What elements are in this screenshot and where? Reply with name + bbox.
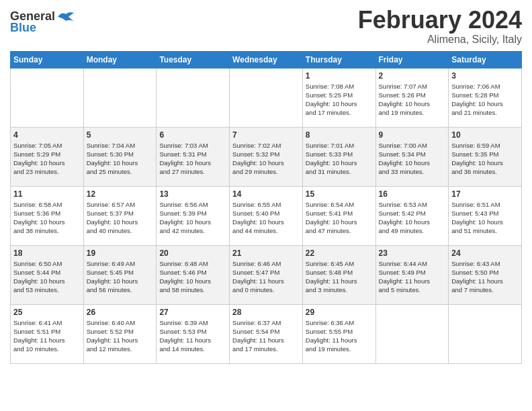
calendar-cell: 6Sunrise: 7:03 AM Sunset: 5:31 PM Daylig…	[157, 127, 230, 186]
day-number: 27	[159, 308, 226, 317]
day-number: 8	[306, 130, 373, 140]
logo-bird-icon	[56, 10, 75, 24]
day-number: 4	[13, 130, 81, 140]
col-header-saturday: Saturday	[449, 51, 522, 68]
day-number: 13	[159, 189, 226, 199]
day-info: Sunrise: 7:04 AM Sunset: 5:30 PM Dayligh…	[87, 141, 154, 177]
calendar-cell: 27Sunrise: 6:39 AM Sunset: 5:53 PM Dayli…	[157, 304, 230, 363]
month-title: February 2024	[358, 7, 522, 34]
day-number: 7	[232, 130, 300, 140]
day-number: 10	[451, 130, 519, 140]
page-header: General Blue February 2024 Alimena, Sici…	[10, 7, 522, 46]
col-header-wednesday: Wednesday	[230, 51, 303, 68]
day-info: Sunrise: 6:51 AM Sunset: 5:43 PM Dayligh…	[451, 200, 519, 236]
day-number: 12	[87, 189, 154, 199]
day-number: 18	[13, 248, 81, 258]
day-info: Sunrise: 6:48 AM Sunset: 5:46 PM Dayligh…	[159, 259, 226, 295]
day-info: Sunrise: 7:01 AM Sunset: 5:33 PM Dayligh…	[306, 141, 373, 177]
calendar-cell: 22Sunrise: 6:45 AM Sunset: 5:48 PM Dayli…	[302, 245, 375, 304]
calendar-cell: 16Sunrise: 6:53 AM Sunset: 5:42 PM Dayli…	[375, 186, 449, 245]
day-info: Sunrise: 6:49 AM Sunset: 5:45 PM Dayligh…	[87, 259, 154, 295]
calendar-cell: 4Sunrise: 7:05 AM Sunset: 5:29 PM Daylig…	[11, 127, 84, 186]
day-info: Sunrise: 6:44 AM Sunset: 5:49 PM Dayligh…	[379, 259, 446, 295]
calendar-cell: 7Sunrise: 7:02 AM Sunset: 5:32 PM Daylig…	[230, 127, 303, 186]
calendar-cell: 14Sunrise: 6:55 AM Sunset: 5:40 PM Dayli…	[230, 186, 303, 245]
day-info: Sunrise: 7:08 AM Sunset: 5:25 PM Dayligh…	[306, 82, 373, 118]
day-info: Sunrise: 7:06 AM Sunset: 5:28 PM Dayligh…	[451, 82, 519, 118]
day-number: 19	[87, 248, 154, 258]
day-number: 5	[87, 130, 154, 140]
day-number: 16	[379, 189, 446, 199]
calendar-cell: 1Sunrise: 7:08 AM Sunset: 5:25 PM Daylig…	[302, 68, 375, 127]
day-number: 23	[379, 248, 446, 258]
day-info: Sunrise: 7:05 AM Sunset: 5:29 PM Dayligh…	[13, 141, 81, 177]
day-number: 28	[232, 308, 300, 317]
day-info: Sunrise: 7:00 AM Sunset: 5:34 PM Dayligh…	[379, 141, 446, 177]
calendar-cell	[83, 68, 157, 127]
day-info: Sunrise: 6:59 AM Sunset: 5:35 PM Dayligh…	[451, 141, 519, 177]
day-info: Sunrise: 6:50 AM Sunset: 5:44 PM Dayligh…	[13, 259, 81, 295]
calendar-cell	[230, 68, 303, 127]
calendar-week-row: 4Sunrise: 7:05 AM Sunset: 5:29 PM Daylig…	[11, 127, 522, 186]
calendar-cell	[11, 68, 84, 127]
calendar-cell: 29Sunrise: 6:36 AM Sunset: 5:55 PM Dayli…	[302, 304, 375, 363]
calendar-cell: 2Sunrise: 7:07 AM Sunset: 5:26 PM Daylig…	[375, 68, 449, 127]
title-block: February 2024 Alimena, Sicily, Italy	[358, 7, 522, 46]
col-header-thursday: Thursday	[302, 51, 375, 68]
calendar-cell	[449, 304, 522, 363]
calendar-cell: 3Sunrise: 7:06 AM Sunset: 5:28 PM Daylig…	[449, 68, 522, 127]
calendar-week-row: 1Sunrise: 7:08 AM Sunset: 5:25 PM Daylig…	[11, 68, 522, 127]
calendar-header-row: SundayMondayTuesdayWednesdayThursdayFrid…	[11, 51, 522, 68]
day-info: Sunrise: 6:41 AM Sunset: 5:51 PM Dayligh…	[13, 318, 81, 354]
col-header-monday: Monday	[83, 51, 157, 68]
logo: General Blue	[10, 9, 75, 35]
day-info: Sunrise: 6:56 AM Sunset: 5:39 PM Dayligh…	[159, 200, 226, 236]
calendar-cell	[157, 68, 230, 127]
calendar-cell: 9Sunrise: 7:00 AM Sunset: 5:34 PM Daylig…	[375, 127, 449, 186]
calendar-cell: 19Sunrise: 6:49 AM Sunset: 5:45 PM Dayli…	[83, 245, 157, 304]
day-info: Sunrise: 7:02 AM Sunset: 5:32 PM Dayligh…	[232, 141, 300, 177]
calendar-cell	[375, 304, 449, 363]
day-info: Sunrise: 6:43 AM Sunset: 5:50 PM Dayligh…	[451, 259, 519, 295]
day-info: Sunrise: 6:45 AM Sunset: 5:48 PM Dayligh…	[306, 259, 373, 295]
day-number: 20	[159, 248, 226, 258]
day-number: 22	[306, 248, 373, 258]
calendar-cell: 18Sunrise: 6:50 AM Sunset: 5:44 PM Dayli…	[11, 245, 84, 304]
day-info: Sunrise: 6:57 AM Sunset: 5:37 PM Dayligh…	[87, 200, 154, 236]
day-number: 24	[451, 248, 519, 258]
day-info: Sunrise: 6:46 AM Sunset: 5:47 PM Dayligh…	[232, 259, 300, 295]
day-number: 26	[87, 308, 154, 317]
day-number: 17	[451, 189, 519, 199]
calendar-cell: 20Sunrise: 6:48 AM Sunset: 5:46 PM Dayli…	[157, 245, 230, 304]
calendar-cell: 12Sunrise: 6:57 AM Sunset: 5:37 PM Dayli…	[83, 186, 157, 245]
calendar-cell: 5Sunrise: 7:04 AM Sunset: 5:30 PM Daylig…	[83, 127, 157, 186]
calendar-cell: 25Sunrise: 6:41 AM Sunset: 5:51 PM Dayli…	[11, 304, 84, 363]
calendar-week-row: 18Sunrise: 6:50 AM Sunset: 5:44 PM Dayli…	[11, 245, 522, 304]
day-info: Sunrise: 6:40 AM Sunset: 5:52 PM Dayligh…	[87, 318, 154, 354]
calendar-cell: 8Sunrise: 7:01 AM Sunset: 5:33 PM Daylig…	[302, 127, 375, 186]
col-header-tuesday: Tuesday	[157, 51, 230, 68]
calendar-cell: 15Sunrise: 6:54 AM Sunset: 5:41 PM Dayli…	[302, 186, 375, 245]
day-number: 6	[159, 130, 226, 140]
day-number: 14	[232, 189, 300, 199]
calendar-cell: 13Sunrise: 6:56 AM Sunset: 5:39 PM Dayli…	[157, 186, 230, 245]
day-number: 3	[451, 71, 519, 81]
day-info: Sunrise: 6:55 AM Sunset: 5:40 PM Dayligh…	[232, 200, 300, 236]
calendar-cell: 28Sunrise: 6:37 AM Sunset: 5:54 PM Dayli…	[230, 304, 303, 363]
day-info: Sunrise: 7:07 AM Sunset: 5:26 PM Dayligh…	[379, 82, 446, 118]
calendar-cell: 11Sunrise: 6:58 AM Sunset: 5:36 PM Dayli…	[11, 186, 84, 245]
day-number: 1	[306, 71, 373, 81]
location-subtitle: Alimena, Sicily, Italy	[358, 34, 522, 46]
col-header-friday: Friday	[375, 51, 449, 68]
calendar-cell: 23Sunrise: 6:44 AM Sunset: 5:49 PM Dayli…	[375, 245, 449, 304]
day-number: 9	[379, 130, 446, 140]
day-info: Sunrise: 6:54 AM Sunset: 5:41 PM Dayligh…	[306, 200, 373, 236]
calendar-week-row: 11Sunrise: 6:58 AM Sunset: 5:36 PM Dayli…	[11, 186, 522, 245]
calendar-cell: 24Sunrise: 6:43 AM Sunset: 5:50 PM Dayli…	[449, 245, 522, 304]
day-number: 2	[379, 71, 446, 81]
day-info: Sunrise: 6:53 AM Sunset: 5:42 PM Dayligh…	[379, 200, 446, 236]
calendar-cell: 10Sunrise: 6:59 AM Sunset: 5:35 PM Dayli…	[449, 127, 522, 186]
day-number: 15	[306, 189, 373, 199]
day-number: 29	[306, 308, 373, 317]
calendar-week-row: 25Sunrise: 6:41 AM Sunset: 5:51 PM Dayli…	[11, 304, 522, 363]
